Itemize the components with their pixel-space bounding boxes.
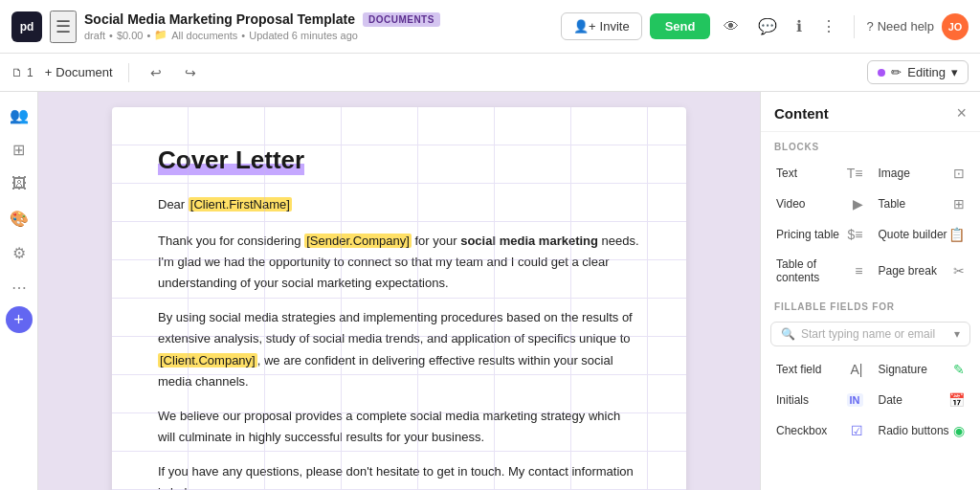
question-icon: ? — [866, 19, 873, 33]
document-area: Cover Letter Dear [Client.FirstName] Tha… — [38, 92, 760, 490]
hamburger-menu[interactable]: ☰ — [50, 11, 77, 43]
sidebar-icon-settings[interactable]: ⚙ — [4, 237, 34, 268]
title-section: Social Media Marketing Proposal Template… — [84, 11, 553, 41]
blocks-grid: Text T≡ Image ⊡ Video ▶ Table ⊞ Pricing … — [761, 158, 980, 292]
paragraph-4: If you have any questions, please don't … — [158, 461, 640, 490]
close-panel-button[interactable]: × — [956, 103, 967, 123]
field-signature-label: Signature — [879, 363, 927, 376]
field-radio-label: Radio buttons — [879, 424, 949, 437]
block-text-icon: T≡ — [847, 166, 863, 181]
block-toc-label: Table of contents — [776, 257, 855, 284]
block-table-icon: ⊞ — [953, 196, 965, 212]
sidebar-icon-apps[interactable]: ⋯ — [4, 272, 34, 302]
field-text-label: Text field — [776, 363, 821, 376]
app-logo: pd — [11, 11, 42, 42]
pencil-icon: ✏ — [891, 65, 902, 79]
doc-subtitle: draft • $0.00 • 📁 All documents • Update… — [84, 29, 553, 41]
sidebar-icon-image[interactable]: 🖼 — [4, 168, 34, 199]
fillable-search[interactable]: 🔍 Start typing name or email ▾ — [770, 322, 970, 346]
block-quote-builder-label: Quote builder — [879, 228, 947, 241]
top-bar: pd ☰ Social Media Marketing Proposal Tem… — [0, 0, 980, 54]
bold-social-media: social media marketing — [460, 234, 598, 248]
field-checkbox[interactable]: Checkbox ☑ — [768, 415, 871, 446]
field-date[interactable]: Date 📅 — [871, 385, 973, 415]
client-firstname-field[interactable]: [Client.FirstName] — [189, 197, 292, 212]
invite-button[interactable]: 👤+ Invite — [561, 12, 642, 40]
block-table[interactable]: Table ⊞ — [871, 189, 973, 219]
block-video-label: Video — [776, 197, 805, 211]
fillable-fields-grid: Text field A| Signature ✎ Initials IN Da… — [761, 354, 980, 446]
sender-company-field[interactable]: [Sender.Company] — [304, 234, 412, 248]
block-quote-icon: 📋 — [948, 227, 965, 242]
dropdown-arrow-icon: ▾ — [954, 327, 960, 341]
doc-price: $0.00 — [117, 30, 144, 41]
fillable-section-label: FILLABLE FIELDS FOR — [761, 292, 980, 318]
more-options-button[interactable]: ⋮ — [815, 13, 842, 39]
document-page: Cover Letter Dear [Client.FirstName] Tha… — [112, 107, 686, 490]
info-icon-button[interactable]: ℹ — [791, 13, 808, 39]
redo-button[interactable]: ↪ — [179, 61, 202, 84]
block-page-break-label: Page break — [879, 264, 937, 278]
field-text[interactable]: Text field A| — [768, 354, 871, 385]
sidebar-icon-users[interactable]: 👥 — [4, 100, 34, 130]
editing-mode-button[interactable]: ✏ Editing ▾ — [867, 60, 969, 84]
chat-icon-button[interactable]: 💬 — [752, 13, 783, 39]
left-sidebar: 👥 ⊞ 🖼 🎨 ⚙ ⋯ + — [0, 92, 38, 490]
field-checkbox-label: Checkbox — [776, 424, 827, 437]
field-radio-icon: ◉ — [953, 423, 965, 438]
folder-name: All documents — [171, 30, 237, 41]
top-actions: 👤+ Invite Send 👁 💬 ℹ ⋮ ? Need help JO — [561, 12, 969, 40]
divider — [854, 15, 855, 38]
eye-icon-button[interactable]: 👁 — [718, 14, 745, 39]
search-row: 🔍 Start typing name or email ▾ — [761, 318, 980, 354]
main-layout: 👥 ⊞ 🖼 🎨 ⚙ ⋯ + Cover Letter Dear [Client.… — [0, 92, 980, 490]
toolbar: 🗋 1 + Document ↩ ↪ ✏ Editing ▾ — [0, 54, 980, 92]
block-text[interactable]: Text T≡ — [768, 158, 871, 189]
draft-status: draft — [84, 30, 105, 41]
send-button[interactable]: Send — [650, 13, 711, 39]
client-company-field[interactable]: [Client.Company] — [158, 353, 257, 368]
block-pricing-table[interactable]: Pricing table $≡ — [768, 219, 871, 250]
block-text-label: Text — [776, 167, 797, 180]
toolbar-separator — [128, 63, 129, 82]
para1-before: Thank you for considering — [158, 234, 304, 248]
sidebar-icon-grid[interactable]: ⊞ — [4, 134, 34, 165]
block-toc[interactable]: Table of contents ≡ — [768, 250, 871, 292]
block-pricing-table-label: Pricing table — [776, 228, 839, 241]
sidebar-icon-palette[interactable]: 🎨 — [4, 203, 34, 234]
blocks-section-label: BLOCKS — [761, 132, 980, 158]
block-page-break[interactable]: Page break ✂ — [871, 250, 973, 292]
cover-letter-heading: Cover Letter — [158, 145, 304, 175]
paragraph-3: We believe our proposal provides a compl… — [158, 406, 640, 448]
folder-icon: 📁 — [154, 29, 167, 41]
need-help-link[interactable]: ? Need help — [866, 19, 934, 33]
field-initials[interactable]: Initials IN — [768, 385, 871, 415]
field-checkbox-icon: ☑ — [851, 423, 863, 438]
add-content-button[interactable]: + — [6, 306, 33, 333]
field-date-label: Date — [879, 393, 902, 407]
pages-icon: 🗋 — [11, 66, 23, 79]
field-text-icon: A| — [851, 362, 863, 377]
doc-title: Social Media Marketing Proposal Template — [84, 11, 355, 27]
field-initials-icon: IN — [847, 393, 863, 407]
invite-icon: 👤+ — [573, 19, 596, 33]
search-placeholder: Start typing name or email — [801, 327, 935, 341]
field-radio-buttons[interactable]: Radio buttons ◉ — [871, 415, 973, 446]
title-row: Social Media Marketing Proposal Template… — [84, 11, 553, 27]
block-table-label: Table — [879, 197, 906, 211]
field-initials-label: Initials — [776, 393, 809, 407]
user-avatar[interactable]: JO — [942, 13, 969, 40]
dear-paragraph: Dear [Client.FirstName] — [158, 194, 640, 215]
panel-header: Content × — [761, 92, 980, 132]
page-count: 🗋 1 — [11, 66, 33, 79]
field-date-icon: 📅 — [948, 392, 965, 408]
field-signature[interactable]: Signature ✎ — [871, 354, 973, 385]
block-quote-builder[interactable]: Quote builder 📋 — [871, 219, 973, 250]
block-toc-icon: ≡ — [855, 263, 862, 278]
block-page-break-icon: ✂ — [953, 263, 965, 278]
block-image[interactable]: Image ⊡ — [871, 158, 973, 189]
chevron-down-icon: ▾ — [951, 65, 958, 79]
block-video[interactable]: Video ▶ — [768, 189, 871, 219]
add-document-button[interactable]: + Document — [45, 65, 113, 79]
undo-button[interactable]: ↩ — [145, 61, 167, 84]
